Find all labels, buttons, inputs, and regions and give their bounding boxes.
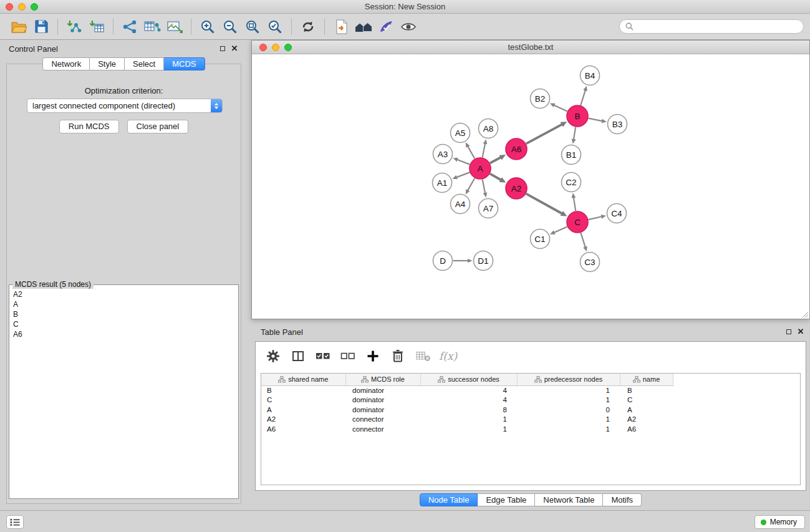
result-item[interactable]: A6 [13, 329, 238, 339]
select-all-button[interactable] [313, 346, 333, 366]
show-panels-button[interactable] [6, 515, 24, 529]
column-header[interactable]: shared name [261, 374, 345, 385]
edge-B-B1[interactable] [574, 127, 576, 140]
node-A[interactable]: A [470, 158, 491, 179]
close-panel-button[interactable]: ✕ [797, 328, 804, 336]
node-C1[interactable]: C1 [531, 230, 550, 249]
node-C3[interactable]: C3 [581, 253, 600, 272]
memory-button[interactable]: Memory [755, 515, 805, 529]
column-header[interactable]: MCDS role [345, 374, 420, 385]
network-window-titlebar[interactable]: testGlobe.txt [252, 41, 809, 54]
table-settings-button[interactable] [263, 346, 283, 366]
node-table-container[interactable]: shared nameMCDS rolesuccessor nodesprede… [261, 373, 801, 485]
node-A1[interactable]: A1 [433, 173, 452, 193]
show-hide-graphics-button[interactable] [397, 16, 420, 37]
delete-column-button[interactable] [388, 346, 408, 366]
tab-style[interactable]: Style [90, 57, 125, 70]
result-item[interactable]: C [13, 319, 238, 329]
tab-select[interactable]: Select [125, 57, 164, 70]
delete-table-button[interactable] [413, 346, 433, 366]
table-row[interactable]: Adominator80A [261, 405, 800, 415]
close-window-button[interactable] [259, 44, 267, 51]
node-A2[interactable]: A2 [506, 178, 527, 199]
edge-A-A1[interactable] [456, 172, 470, 177]
column-header[interactable]: name [620, 374, 673, 385]
zoom-out-button[interactable] [219, 16, 241, 37]
node-D1[interactable]: D1 [474, 251, 493, 271]
open-file-button[interactable] [7, 16, 30, 37]
edge-C-C2[interactable] [574, 197, 576, 211]
close-panel-action-button[interactable]: Close panel [127, 120, 189, 133]
edge-C-C4[interactable] [589, 216, 602, 220]
tab-node-table[interactable]: Node Table [420, 493, 478, 506]
edge-A2-C[interactable] [526, 194, 562, 214]
search-input[interactable] [637, 22, 803, 31]
edge-A-A6[interactable] [490, 157, 501, 163]
node-B1[interactable]: B1 [562, 145, 581, 165]
network-canvas[interactable]: AA6A2BCA1A3A4A5A7A8B1B2B3B4C1C2C3C4DD1 [252, 54, 809, 319]
node-B3[interactable]: B3 [608, 115, 627, 134]
zoom-window-button[interactable] [31, 3, 38, 11]
node-A4[interactable]: A4 [451, 195, 470, 214]
function-builder-button[interactable]: f(x) [438, 350, 457, 362]
table-row[interactable]: A2connector11A2 [261, 415, 800, 425]
edge-C-C1[interactable] [554, 226, 567, 233]
search-field[interactable] [619, 19, 804, 34]
tab-motifs[interactable]: Motifs [603, 493, 642, 506]
zoom-fit-button[interactable] [241, 16, 264, 37]
zoom-in-button[interactable] [196, 16, 219, 37]
edge-B-B4[interactable] [581, 90, 586, 105]
edge-A-A2[interactable] [490, 174, 501, 180]
table-row[interactable]: A6connector11A6 [261, 424, 800, 434]
table-row[interactable]: Bdominator41B [261, 385, 800, 395]
export-table-button[interactable] [141, 16, 163, 37]
node-A3[interactable]: A3 [433, 145, 453, 164]
apply-layout-button[interactable] [297, 16, 319, 37]
run-mcds-button[interactable]: Run MCDS [59, 120, 119, 133]
column-header[interactable]: successor nodes [420, 374, 517, 385]
float-panel-button[interactable] [219, 45, 226, 52]
edge-A6-B[interactable] [526, 124, 562, 143]
edge-B-B3[interactable] [589, 118, 602, 122]
minimize-window-button[interactable] [272, 44, 279, 51]
tab-network-table[interactable]: Network Table [535, 493, 603, 506]
zoom-selected-button[interactable] [264, 16, 286, 37]
result-item[interactable]: B [13, 309, 238, 319]
edge-A-A7[interactable] [483, 180, 486, 193]
column-header[interactable]: predecessor nodes [517, 374, 620, 385]
node-D[interactable]: D [433, 251, 453, 271]
node-B[interactable]: B [567, 105, 588, 127]
edge-A-A4[interactable] [468, 178, 475, 191]
node-C[interactable]: C [567, 211, 588, 233]
optimization-dropdown[interactable]: largest connected component (directed) [27, 99, 223, 113]
float-panel-button[interactable] [785, 328, 793, 336]
export-image-button[interactable] [163, 16, 186, 37]
tab-edge-table[interactable]: Edge Table [478, 493, 535, 506]
node-A5[interactable]: A5 [451, 123, 470, 143]
split-table-button[interactable] [288, 346, 308, 366]
import-network-button[interactable] [63, 16, 85, 37]
edge-C-C3[interactable] [581, 233, 585, 247]
close-panel-button[interactable]: ✕ [231, 45, 238, 52]
edge-A-A8[interactable] [483, 143, 486, 157]
node-C4[interactable]: C4 [607, 204, 627, 223]
tab-mcds[interactable]: MCDS [164, 57, 205, 70]
node-B4[interactable]: B4 [581, 66, 600, 85]
export-network-button[interactable] [118, 16, 141, 37]
result-item[interactable]: A [13, 299, 238, 309]
node-C2[interactable]: C2 [562, 173, 581, 192]
node-B2[interactable]: B2 [531, 89, 550, 109]
node-A8[interactable]: A8 [479, 119, 498, 138]
import-table-button[interactable] [85, 16, 108, 37]
node-A7[interactable]: A7 [479, 199, 498, 218]
add-column-button[interactable] [363, 346, 383, 366]
home-button[interactable] [352, 16, 375, 37]
style-validate-button[interactable] [375, 16, 397, 37]
edge-A-A5[interactable] [468, 146, 475, 158]
tab-network[interactable]: Network [42, 57, 90, 70]
close-window-button[interactable] [6, 3, 13, 11]
table-row[interactable]: Cdominator41C [261, 395, 800, 405]
resize-grip-icon[interactable] [801, 311, 809, 318]
zoom-window-button[interactable] [284, 44, 292, 51]
session-file-button[interactable] [330, 16, 352, 37]
